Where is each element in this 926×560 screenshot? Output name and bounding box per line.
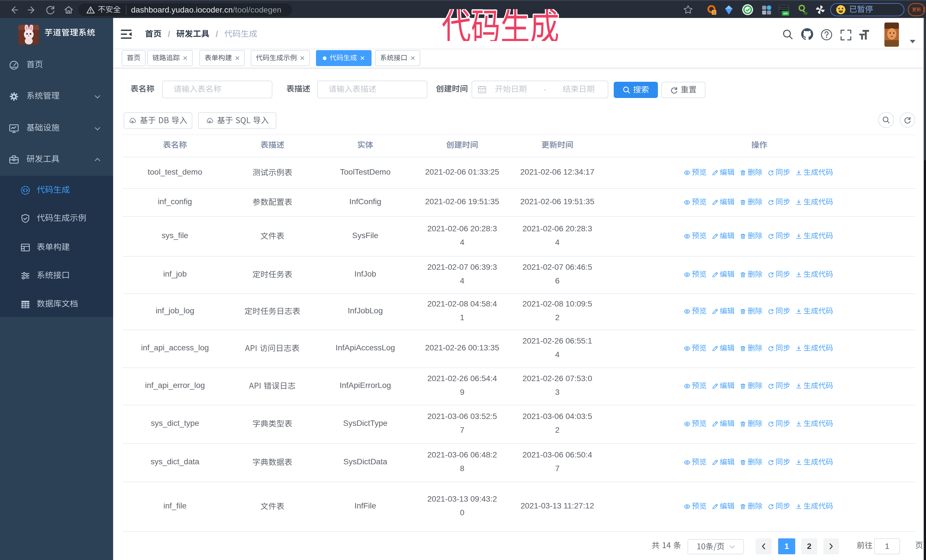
svg-text:1: 1 <box>713 11 715 15</box>
svg-text:on: on <box>783 11 788 15</box>
